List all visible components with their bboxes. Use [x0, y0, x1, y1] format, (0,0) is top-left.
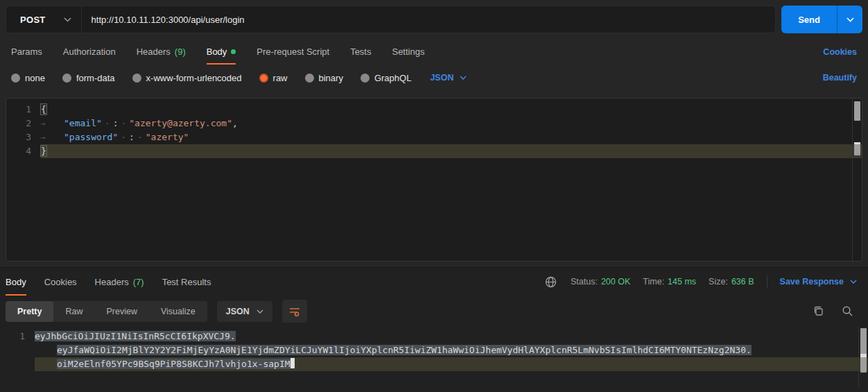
size-label: Size: — [709, 277, 728, 287]
tab-label: Pre-request Script — [257, 46, 329, 57]
response-line[interactable]: oiM2eElnf05YPc9BSq9PiP8S8KCJh7lvhjo1x-sa… — [0, 357, 868, 371]
token-bracket: { — [41, 104, 46, 114]
response-text: eyJhbGciOiJIUzI1NiIsInR5cCI6IkpXVCJ9. — [35, 331, 236, 341]
line-content: oiM2eElnf05YPc9BSq9PiP8S8KCJh7lvhjo1x-sa… — [35, 357, 868, 371]
radio-icon — [11, 74, 20, 83]
search-icon — [842, 305, 853, 317]
tab-test-results[interactable]: Test Results — [162, 268, 211, 296]
line-number: 1 — [6, 103, 41, 117]
view-raw[interactable]: Raw — [53, 301, 94, 322]
line-content: →"password"·:·"azerty" — [41, 130, 862, 144]
line-content: →"email"·:·"azerty@azerty.com", — [41, 117, 862, 130]
line-content: eyJhbGciOiJIUzI1NiIsInR5cCI6IkpXVCJ9. — [35, 330, 868, 343]
copy-response-button[interactable] — [808, 302, 828, 321]
code-line[interactable]: 4} — [6, 144, 862, 158]
code-line[interactable]: 1{ — [6, 103, 862, 117]
send-button-group: Send — [781, 6, 862, 33]
scrollbar-thumb[interactable] — [860, 328, 867, 373]
tab-body[interactable]: Body — [6, 268, 26, 296]
body-type-radio-none[interactable]: none — [11, 73, 45, 83]
body-type-radio-raw[interactable]: raw — [259, 73, 288, 83]
tab-headers[interactable]: Headers(7) — [95, 268, 144, 296]
radio-label: GraphQL — [374, 73, 411, 83]
code-line[interactable]: 3→"password"·:·"azerty" — [6, 130, 862, 144]
status-badge: Status: 200 OK — [571, 277, 630, 287]
method-label: POST — [20, 15, 46, 25]
time-value: 145 ms — [668, 277, 696, 287]
chevron-down-icon — [257, 309, 263, 314]
view-visualize[interactable]: Visualize — [149, 301, 207, 322]
tab-label: Headers — [137, 46, 171, 57]
copy-icon — [813, 305, 824, 317]
response-language-select[interactable]: JSON — [217, 301, 272, 322]
save-response-button[interactable]: Save Response — [780, 277, 857, 287]
chevron-down-icon — [460, 76, 467, 80]
tab-label: Headers — [95, 277, 129, 287]
cookies-link[interactable]: Cookies — [823, 47, 857, 57]
size-badge: Size: 636 B — [709, 277, 754, 287]
line-number: 1 — [0, 330, 35, 343]
line-content: eyJfaWQiOiI2MjBlY2Y2Y2FiMjEyYzA0NjE1Yjdm… — [35, 343, 868, 357]
token-bracket: } — [41, 146, 46, 156]
editor-scrollbar[interactable] — [852, 99, 862, 261]
tab-params[interactable]: Params — [11, 39, 42, 65]
body-type-radio-x-www-form-urlencoded[interactable]: x-www-form-urlencoded — [132, 73, 242, 83]
body-type-radio-binary[interactable]: binary — [305, 73, 343, 83]
status-value: 200 OK — [601, 277, 630, 287]
token-ws: · — [134, 132, 146, 142]
token-str: "azerty" — [146, 132, 189, 142]
token-tab: → — [41, 117, 64, 131]
body-type-radios: noneform-datax-www-form-urlencodedrawbin… — [11, 73, 428, 83]
response-body[interactable]: 1eyJhbGciOiJIUzI1NiIsInR5cCI6IkpXVCJ9.ey… — [0, 327, 868, 392]
response-line[interactable]: 1eyJhbGciOiJIUzI1NiIsInR5cCI6IkpXVCJ9. — [0, 330, 868, 343]
search-response-button[interactable] — [837, 302, 857, 321]
code-line[interactable]: 2→"email"·:·"azerty@azerty.com", — [6, 117, 862, 130]
send-options-button[interactable] — [837, 6, 862, 33]
token-ws: · — [118, 118, 129, 128]
view-pretty[interactable]: Pretty — [6, 301, 53, 322]
tab-pre-request-script[interactable]: Pre-request Script — [257, 39, 329, 65]
response-scrollbar[interactable] — [858, 327, 868, 387]
method-selector[interactable]: POST — [6, 6, 82, 33]
tab-tests[interactable]: Tests — [350, 39, 371, 65]
response-language-value: JSON — [226, 307, 250, 316]
chevron-down-icon — [847, 17, 854, 22]
view-preview[interactable]: Preview — [94, 301, 148, 322]
request-body-editor[interactable]: 1{2→"email"·:·"azerty@azerty.com",3→"pas… — [6, 98, 862, 262]
tab-cookies[interactable]: Cookies — [44, 268, 77, 296]
response-header: BodyCookiesHeaders(7)Test Results Status… — [0, 268, 868, 296]
token-tab: → — [41, 131, 64, 145]
radio-label: none — [25, 73, 45, 83]
request-tabs: ParamsAuthorizationHeaders(9)BodyPre-req… — [11, 39, 445, 65]
response-line[interactable]: eyJfaWQiOiI2MjBlY2Y2Y2FiMjEyYzA0NjE1Yjdm… — [0, 343, 868, 357]
token-str: "azerty@azerty.com" — [129, 118, 232, 128]
tab-settings[interactable]: Settings — [392, 39, 424, 65]
scrollbar-thumb[interactable] — [854, 101, 860, 121]
response-text: oiM2eElnf05YPc9BSq9PiP8S8KCJh7lvhjo1x-sa… — [57, 359, 290, 369]
radio-label: form-data — [76, 73, 115, 83]
tab-label: Tests — [350, 46, 371, 57]
token-ws: · — [118, 132, 129, 142]
postman-window: POST http://10.10.11.120:3000/api/user/l… — [0, 0, 868, 392]
url-value: http://10.10.11.120:3000/api/user/login — [92, 15, 245, 25]
response-meta: Status: 200 OK Time: 145 ms Size: 636 B … — [545, 275, 857, 288]
url-input[interactable]: http://10.10.11.120:3000/api/user/login — [82, 6, 776, 33]
request-editor-lines: 1{2→"email"·:·"azerty@azerty.com",3→"pas… — [6, 103, 862, 158]
tab-body[interactable]: Body — [207, 39, 236, 65]
body-language-value: JSON — [430, 73, 453, 83]
tab-count: (7) — [133, 277, 144, 287]
tab-headers[interactable]: Headers(9) — [137, 39, 186, 65]
send-button[interactable]: Send — [781, 6, 837, 33]
token-ws: · — [102, 118, 113, 128]
body-type-radio-form-data[interactable]: form-data — [62, 73, 115, 83]
body-language-select[interactable]: JSON — [430, 73, 467, 83]
body-type-radio-graphql[interactable]: GraphQL — [361, 73, 411, 83]
radio-label: raw — [273, 73, 288, 83]
tab-label: Body — [6, 277, 26, 287]
radio-icon — [62, 74, 71, 83]
tab-authorization[interactable]: Authorization — [63, 39, 116, 65]
beautify-link[interactable]: Beautify — [823, 73, 857, 83]
wrap-lines-button[interactable] — [282, 300, 307, 323]
globe-icon[interactable] — [545, 276, 557, 288]
chevron-down-icon — [64, 17, 71, 22]
